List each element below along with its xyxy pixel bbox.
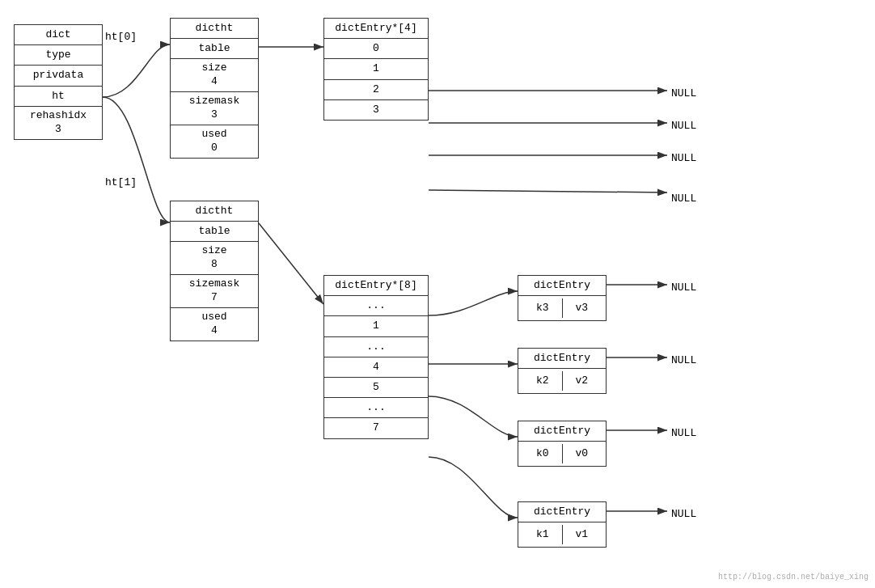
- dict-cell-privdata: privdata: [15, 66, 102, 86]
- null8-label: NULL: [671, 508, 696, 520]
- arrow-dict-ht1: [103, 97, 170, 222]
- entry8-box: dictEntry*[8] ... 1 ... 4 5 ... 7: [323, 275, 429, 439]
- null6-label: NULL: [671, 354, 696, 366]
- ht0-cell-size: size4: [171, 59, 258, 92]
- dictentry-k1v1-kv: k1 v1: [518, 522, 606, 547]
- entry4-cell-0: 0: [324, 39, 428, 59]
- ht1-cell-size: size8: [171, 242, 258, 275]
- arrow-e8-5-k0v0: [429, 396, 518, 437]
- dict-cell-rehashidx: rehashidx3: [15, 107, 102, 139]
- entry8-cell-7: 7: [324, 418, 428, 438]
- ht1-cell-used: used4: [171, 308, 258, 341]
- null2-label: NULL: [671, 120, 696, 132]
- dictentry-k3v3: dictEntry k3 v3: [518, 275, 607, 321]
- arrow-e8-1-k3v3: [429, 291, 518, 315]
- v2-cell: v2: [563, 371, 602, 391]
- arrow-ht1-table: [259, 223, 323, 304]
- entry8-cell-5: 5: [324, 378, 428, 398]
- k1-cell: k1: [523, 525, 563, 544]
- ht0-cell-dictht: dictht: [171, 19, 258, 39]
- dictentry-k2v2: dictEntry k2 v2: [518, 348, 607, 394]
- null3-label: NULL: [671, 152, 696, 164]
- ht0-label: ht[0]: [105, 31, 137, 43]
- arrow-e4-3-null: [429, 190, 667, 192]
- dictentry-k0v0-kv: k0 v0: [518, 442, 606, 466]
- entry4-cell-1: 1: [324, 59, 428, 79]
- entry8-cell-1: 1: [324, 316, 428, 336]
- null1-label: NULL: [671, 87, 696, 99]
- k0-cell: k0: [523, 444, 563, 463]
- entry8-cell-dots1: ...: [324, 296, 428, 316]
- dict-box: dict type privdata ht rehashidx3: [14, 24, 103, 140]
- dict-cell-ht: ht: [15, 87, 102, 107]
- entry8-header: dictEntry*[8]: [324, 276, 428, 296]
- dictentry-k1v1-label: dictEntry: [518, 502, 606, 522]
- null5-label: NULL: [671, 281, 696, 294]
- ht1-label: ht[1]: [105, 176, 137, 188]
- dictentry-k0v0: dictEntry k0 v0: [518, 421, 607, 467]
- ht0-box: dictht table size4 sizemask3 used0: [170, 18, 259, 159]
- ht1-cell-sizemask: sizemask7: [171, 275, 258, 308]
- entry4-header: dictEntry*[4]: [324, 19, 428, 39]
- dictentry-k2v2-label: dictEntry: [518, 349, 606, 369]
- ht0-cell-used: used0: [171, 125, 258, 158]
- dict-cell-type: type: [15, 45, 102, 66]
- arrows-svg: [0, 0, 875, 588]
- v0-cell: v0: [563, 444, 602, 463]
- entry4-box: dictEntry*[4] 0 1 2 3: [323, 18, 429, 121]
- entry8-cell-dots2: ...: [324, 337, 428, 357]
- arrow-dict-ht0: [103, 44, 170, 97]
- entry8-cell-4: 4: [324, 357, 428, 378]
- dictentry-k2v2-kv: k2 v2: [518, 369, 606, 393]
- k2-cell: k2: [523, 371, 563, 391]
- dictentry-k3v3-kv: k3 v3: [518, 296, 606, 320]
- k3-cell: k3: [523, 298, 563, 318]
- null4-label: NULL: [671, 192, 696, 205]
- entry4-cell-3: 3: [324, 100, 428, 120]
- dict-cell-dict: dict: [15, 25, 102, 45]
- ht0-cell-table: table: [171, 39, 258, 59]
- arrow-e8-7-k1v1: [429, 457, 518, 518]
- null7-label: NULL: [671, 427, 696, 439]
- ht1-box: dictht table size8 sizemask7 used4: [170, 201, 259, 341]
- ht1-cell-table: table: [171, 222, 258, 242]
- ht0-cell-sizemask: sizemask3: [171, 92, 258, 125]
- dictentry-k0v0-label: dictEntry: [518, 421, 606, 442]
- ht1-cell-dictht: dictht: [171, 201, 258, 222]
- diagram-container: dict type privdata ht rehashidx3 ht[0] h…: [0, 0, 875, 588]
- entry4-cell-2: 2: [324, 80, 428, 100]
- dictentry-k3v3-label: dictEntry: [518, 276, 606, 296]
- v3-cell: v3: [563, 298, 602, 318]
- v1-cell: v1: [563, 525, 602, 544]
- watermark: http://blog.csdn.net/baiye_xing: [718, 573, 869, 582]
- dictentry-k1v1: dictEntry k1 v1: [518, 501, 607, 548]
- entry8-cell-dots3: ...: [324, 398, 428, 418]
